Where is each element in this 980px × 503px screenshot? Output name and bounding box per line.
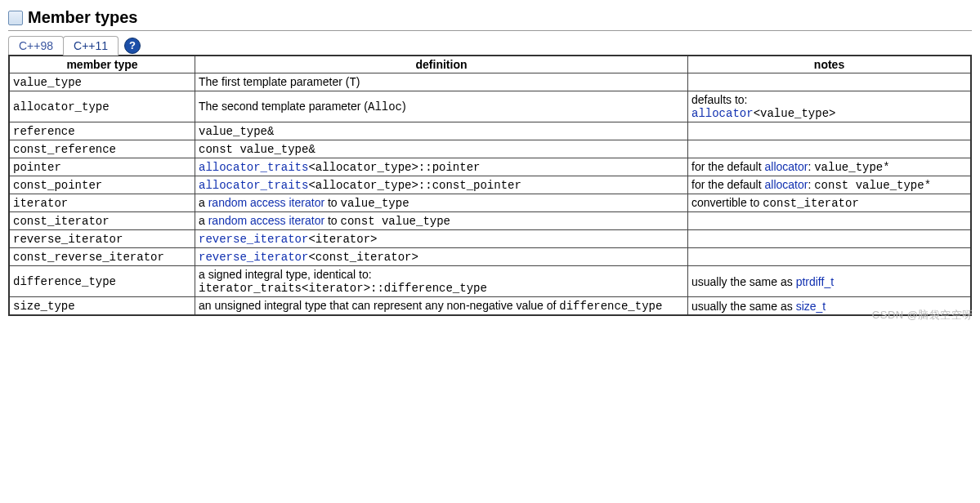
doc-link[interactable]: ptrdiff_t (796, 275, 834, 288)
table-header-row: member type definition notes (9, 56, 971, 73)
doc-link[interactable]: allocator (765, 178, 808, 191)
doc-link[interactable]: allocator_traits (199, 161, 308, 174)
member-types-table: member type definition notes value_typeT… (8, 55, 972, 316)
doc-link[interactable]: allocator (691, 107, 754, 120)
doc-link[interactable]: reverse_iterator (199, 251, 308, 264)
definition-cell: const value_type& (195, 140, 688, 158)
member-type-cell: size_type (9, 297, 195, 316)
plain-text: for the default (691, 178, 765, 191)
notes-cell: for the default allocator: value_type* (688, 158, 972, 176)
doc-link[interactable]: random access iterator (208, 196, 324, 209)
code-text: const_iterator (763, 197, 859, 210)
code-text: <allocator_type>::pointer (308, 161, 480, 174)
definition-cell: The second template parameter (Alloc) (195, 91, 688, 122)
member-type-cell: allocator_type (9, 91, 195, 122)
plain-text: a signed integral type, identical to: (199, 268, 372, 281)
table-row: const_pointerallocator_traits<allocator_… (9, 176, 971, 194)
code-text: <allocator_type>::const_pointer (308, 179, 521, 192)
code-text: difference_type (559, 300, 662, 313)
col-definition: definition (195, 56, 688, 73)
member-type-cell: const_reference (9, 140, 195, 158)
member-type-cell: reverse_iterator (9, 230, 195, 248)
definition-cell: a random access iterator to const value_… (195, 212, 688, 230)
code-text: <iterator> (308, 233, 377, 246)
code-text: Alloc (368, 100, 402, 114)
notes-cell: usually the same as size_t (688, 297, 972, 316)
definition-cell: reverse_iterator<iterator> (195, 230, 688, 248)
tab-cpppp98[interactable]: C++98 (8, 36, 64, 55)
doc-link[interactable]: reverse_iterator (199, 233, 308, 246)
notes-cell (688, 212, 972, 230)
divider (8, 30, 972, 31)
notes-cell (688, 248, 972, 266)
definition-cell: value_type& (195, 122, 688, 140)
table-row: difference_typea signed integral type, i… (9, 266, 971, 297)
member-type-cell: iterator (9, 194, 195, 212)
definition-cell: a signed integral type, identical to:ite… (195, 266, 688, 297)
plain-text: for the default (691, 160, 765, 173)
member-type-cell: const_pointer (9, 176, 195, 194)
doc-link[interactable]: random access iterator (208, 214, 324, 227)
table-row: const_reverse_iteratorreverse_iterator<c… (9, 248, 971, 266)
plain-text: an unsigned integral type that can repre… (199, 299, 559, 312)
version-tabs: C++98C++11? (8, 36, 972, 55)
notes-cell: defaults to: allocator<value_type> (688, 91, 972, 122)
section-anchor-icon[interactable] (8, 11, 23, 25)
section-title: Member types (28, 8, 138, 27)
notes-cell: convertible to const_iterator (688, 194, 972, 212)
table-row: allocator_typeThe second template parame… (9, 91, 971, 122)
code-text: value_type& (199, 125, 274, 138)
notes-cell (688, 140, 972, 158)
col-member-type: member type (9, 56, 195, 73)
member-type-cell: const_iterator (9, 212, 195, 230)
plain-text: convertible to (691, 196, 763, 209)
definition-cell: an unsigned integral type that can repre… (195, 297, 688, 316)
code-text: value_type* (814, 161, 889, 174)
code-text: const value_type* (814, 179, 931, 192)
plain-text: usually the same as (691, 275, 796, 288)
plain-text: ) (402, 100, 406, 113)
code-text: T (349, 76, 356, 89)
plain-text: ) (356, 75, 360, 88)
notes-cell (688, 122, 972, 140)
doc-link[interactable]: allocator_traits (199, 179, 308, 192)
member-type-cell: reference (9, 122, 195, 140)
code-text: value_type (341, 197, 409, 210)
table-row: const_iteratora random access iterator t… (9, 212, 971, 230)
doc-link[interactable]: allocator (765, 160, 808, 173)
table-row: value_typeThe first template parameter (… (9, 73, 971, 91)
plain-text: The first template parameter ( (199, 75, 349, 88)
help-icon[interactable]: ? (124, 38, 141, 54)
member-type-cell: const_reverse_iterator (9, 248, 195, 266)
table-row: referencevalue_type& (9, 122, 971, 140)
member-type-cell: difference_type (9, 266, 195, 297)
plain-text: The second template parameter ( (199, 100, 368, 113)
definition-cell: allocator_traits<allocator_type>::const_… (195, 176, 688, 194)
plain-text: a (199, 196, 208, 209)
definition-cell: reverse_iterator<const_iterator> (195, 248, 688, 266)
table-row: size_typean unsigned integral type that … (9, 297, 971, 316)
table-row: iteratora random access iterator to valu… (9, 194, 971, 212)
notes-cell: for the default allocator: const value_t… (688, 176, 972, 194)
table-row: reverse_iteratorreverse_iterator<iterato… (9, 230, 971, 248)
definition-cell: allocator_traits<allocator_type>::pointe… (195, 158, 688, 176)
member-type-cell: pointer (9, 158, 195, 176)
code-text: <value_type> (754, 107, 836, 120)
plain-text: a (199, 214, 208, 227)
table-row: const_referenceconst value_type& (9, 140, 971, 158)
plain-text: to (324, 214, 340, 227)
tab-cpppp11[interactable]: C++11 (63, 36, 119, 56)
definition-cell: The first template parameter (T) (195, 73, 688, 91)
member-type-cell: value_type (9, 73, 195, 91)
col-notes: notes (688, 56, 972, 73)
plain-text: to (324, 196, 340, 209)
notes-cell (688, 230, 972, 248)
doc-link[interactable]: size_t (796, 300, 826, 313)
table-row: pointerallocator_traits<allocator_type>:… (9, 158, 971, 176)
plain-text: usually the same as (691, 300, 796, 313)
notes-cell (688, 73, 972, 91)
code-text: iterator_traits<iterator>::difference_ty… (199, 282, 487, 295)
notes-cell: usually the same as ptrdiff_t (688, 266, 972, 297)
code-text: <const_iterator> (308, 251, 418, 264)
definition-cell: a random access iterator to value_type (195, 194, 688, 212)
